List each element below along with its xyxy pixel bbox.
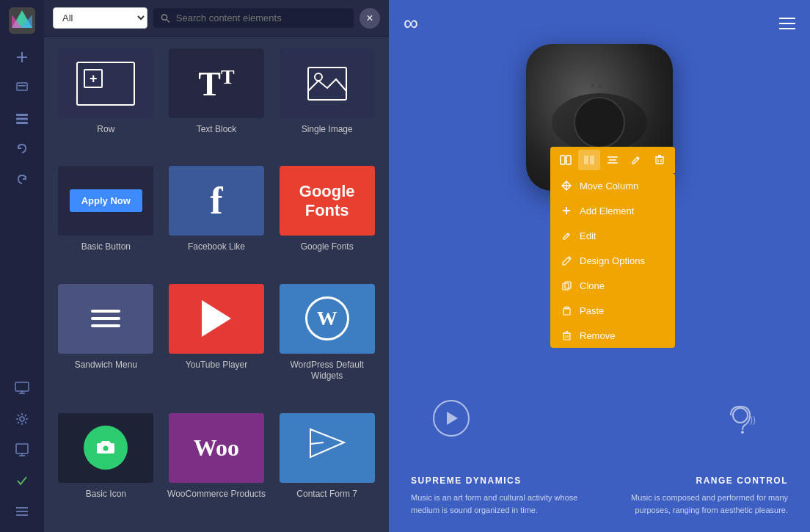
svg-point-14	[20, 417, 24, 421]
clone-label: Clone	[580, 280, 605, 291]
delete-button[interactable]	[649, 150, 671, 170]
supreme-dynamics-section: SUPREME DYNAMICS Music is an art form an…	[411, 475, 580, 517]
google-fonts-label: Google Fonts	[301, 241, 354, 253]
sandwich-icon	[91, 310, 120, 327]
single-image-thumb	[280, 48, 375, 118]
svg-point-24	[315, 73, 322, 81]
element-sandwich-menu[interactable]: Sandwich Menu	[56, 284, 156, 403]
contact-form-label: Contact Form 7	[296, 489, 357, 500]
svg-rect-11	[15, 382, 29, 391]
align-button[interactable]	[602, 150, 624, 170]
sandwich-menu-thumb	[58, 284, 153, 354]
element-basic-button[interactable]: Apply Now Basic Button	[56, 166, 156, 273]
move-column-label: Move Column	[580, 181, 638, 192]
row-thumb: +	[58, 48, 153, 118]
element-row[interactable]: + Row	[56, 48, 156, 156]
presentation-icon[interactable]	[9, 437, 35, 463]
design-options-item[interactable]: Design Options	[550, 248, 675, 273]
element-contact-form[interactable]: Contact Form 7	[277, 413, 377, 520]
add-icon[interactable]	[9, 44, 35, 70]
element-woocommerce-products[interactable]: Woo WooCommerce Products	[167, 413, 267, 520]
paste-item[interactable]: Paste	[550, 298, 675, 323]
edit-pencil-button[interactable]	[625, 150, 647, 170]
undo-icon[interactable]	[9, 136, 35, 163]
filter-select[interactable]: All Basic WooCommerce Forms	[53, 7, 147, 29]
desktop-icon[interactable]	[9, 375, 35, 401]
design-options-label: Design Options	[580, 255, 645, 266]
element-wordpress-widgets[interactable]: W WordPress Default Widgets	[277, 284, 377, 403]
wordpress-icon: W	[305, 296, 349, 340]
text-block-label: Text Block	[197, 124, 237, 136]
paper-plane-icon	[309, 428, 346, 467]
svg-rect-15	[16, 444, 28, 453]
edit-item[interactable]: Edit	[550, 223, 675, 248]
svg-rect-52	[563, 333, 570, 340]
close-button[interactable]: ×	[360, 8, 380, 29]
wordpress-widgets-thumb: W	[280, 284, 375, 354]
toolbar-buttons	[550, 147, 675, 173]
play-icon	[202, 300, 231, 337]
edit-label: Edit	[580, 230, 596, 241]
svg-line-22	[167, 19, 169, 22]
basic-button-thumb: Apply Now	[58, 166, 153, 236]
canvas-bottom: SUPREME DYNAMICS Music is an art form an…	[389, 461, 810, 532]
svg-rect-10	[16, 122, 28, 124]
left-sidebar	[0, 0, 44, 532]
remove-item[interactable]: Remove	[550, 323, 675, 348]
element-single-image[interactable]: Single Image	[277, 48, 377, 156]
svg-rect-9	[16, 118, 28, 120]
remove-label: Remove	[580, 330, 615, 341]
element-facebook-like[interactable]: f Facebook Like	[167, 166, 267, 273]
elements-panel: All Basic WooCommerce Forms × + Row	[44, 0, 389, 532]
element-youtube-player[interactable]: YouTube Player	[167, 284, 267, 403]
youtube-player-label: YouTube Player	[186, 360, 248, 371]
plus-icon	[561, 205, 572, 216]
facebook-like-label: Facebook Like	[188, 241, 245, 253]
check-icon[interactable]	[9, 467, 35, 494]
svg-rect-33	[584, 156, 588, 164]
design-icon	[561, 255, 572, 266]
add-element-label: Add Element	[580, 205, 634, 216]
woo-icon: Woo	[194, 434, 239, 462]
svg-rect-48	[563, 283, 569, 290]
menu-bottom-icon[interactable]	[9, 498, 35, 525]
range-desc: Music is composed and performed for many…	[619, 492, 788, 517]
element-google-fonts[interactable]: GoogleFonts Google Fonts	[277, 166, 377, 273]
paste-icon	[561, 305, 572, 316]
svg-point-21	[161, 14, 167, 19]
move-column-item[interactable]: Move Column	[550, 173, 675, 198]
edit-icon	[561, 230, 572, 241]
element-basic-icon[interactable]: Basic Icon	[56, 413, 156, 520]
svg-point-28	[733, 408, 748, 423]
add-element-item[interactable]: Add Element	[550, 198, 675, 223]
svg-rect-49	[565, 282, 571, 288]
clone-icon	[561, 280, 572, 291]
column-layout-button[interactable]	[555, 150, 577, 170]
column-active-button[interactable]	[578, 150, 600, 170]
product-desc: Music is an art form and cultural activi…	[411, 492, 580, 517]
panel-header: All Basic WooCommerce Forms ×	[44, 0, 389, 37]
single-image-label: Single Image	[302, 124, 353, 136]
row-label: Row	[97, 124, 114, 136]
stack-icon[interactable]	[9, 106, 35, 132]
hamburger-icon[interactable]	[779, 18, 795, 29]
play-button[interactable]	[433, 400, 470, 437]
redo-icon[interactable]	[9, 167, 35, 194]
basic-icon-thumb	[58, 413, 153, 483]
settings-icon[interactable]	[9, 406, 35, 432]
app-logo[interactable]	[9, 7, 35, 34]
clone-item[interactable]: Clone	[550, 273, 675, 298]
move-icon	[561, 180, 572, 192]
ear-icon: ))	[729, 401, 766, 444]
search-input[interactable]	[176, 12, 346, 23]
layers-icon[interactable]	[9, 75, 35, 101]
contact-form-thumb	[280, 413, 375, 483]
element-toolbar: Move Column Add Element Edit Design Opti…	[550, 147, 675, 348]
svg-point-29	[741, 431, 744, 434]
text-block-thumb: TT	[169, 48, 264, 118]
woocommerce-label: WooCommerce Products	[167, 489, 266, 500]
dropdown-menu: Move Column Add Element Edit Design Opti…	[550, 173, 675, 348]
svg-rect-7	[18, 85, 26, 87]
element-text-block[interactable]: TT Text Block	[167, 48, 267, 156]
product-name: SUPREME DYNAMICS	[411, 475, 580, 486]
